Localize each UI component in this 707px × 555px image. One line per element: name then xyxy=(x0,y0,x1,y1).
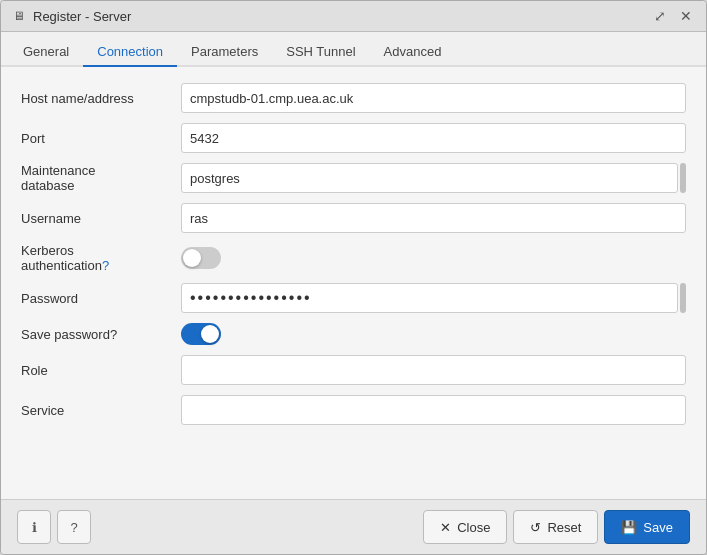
password-row: Password xyxy=(21,283,686,313)
maintenance-db-input[interactable] xyxy=(181,163,678,193)
reset-button[interactable]: ↺ Reset xyxy=(513,510,598,544)
window-title: Register - Server xyxy=(33,9,131,24)
tab-bar: General Connection Parameters SSH Tunnel… xyxy=(1,32,706,67)
kerberos-row: KerberosKerberos authentication?authenti… xyxy=(21,243,686,273)
role-row: Role xyxy=(21,355,686,385)
close-button[interactable]: ✕ Close xyxy=(423,510,507,544)
save-label: Save xyxy=(643,520,673,535)
reset-label: Reset xyxy=(547,520,581,535)
service-label: Service xyxy=(21,403,181,418)
kerberos-help-link[interactable]: ? xyxy=(102,258,109,273)
help-button[interactable]: ? xyxy=(57,510,91,544)
save-password-row: Save password? xyxy=(21,323,686,345)
maintenance-db-row: Maintenancedatabase xyxy=(21,163,686,193)
tab-connection[interactable]: Connection xyxy=(83,38,177,67)
close-window-button[interactable]: ✕ xyxy=(676,7,696,25)
username-row: Username xyxy=(21,203,686,233)
service-row: Service xyxy=(21,395,686,425)
register-server-window: 🖥 Register - Server ⤢ ✕ General Connecti… xyxy=(0,0,707,555)
tab-general[interactable]: General xyxy=(9,38,83,67)
save-password-label: Save password? xyxy=(21,327,181,342)
tab-parameters[interactable]: Parameters xyxy=(177,38,272,67)
port-row: Port xyxy=(21,123,686,153)
tab-advanced[interactable]: Advanced xyxy=(370,38,456,67)
save-password-toggle-thumb xyxy=(201,325,219,343)
footer-right: ✕ Close ↺ Reset 💾 Save xyxy=(423,510,690,544)
title-bar: 🖥 Register - Server ⤢ ✕ xyxy=(1,1,706,32)
info-button[interactable]: ℹ xyxy=(17,510,51,544)
info-icon: ℹ xyxy=(32,520,37,535)
title-bar-right: ⤢ ✕ xyxy=(650,7,696,25)
save-button[interactable]: 💾 Save xyxy=(604,510,690,544)
form-content: Host name/address Port Maintenancedataba… xyxy=(1,67,706,499)
kerberos-toggle[interactable] xyxy=(181,247,221,269)
close-label: Close xyxy=(457,520,490,535)
username-input[interactable] xyxy=(181,203,686,233)
host-label: Host name/address xyxy=(21,91,181,106)
save-password-toggle-wrapper xyxy=(181,323,221,345)
scrollbar xyxy=(680,163,686,193)
reset-icon: ↺ xyxy=(530,520,541,535)
save-icon: 💾 xyxy=(621,520,637,535)
window-icon: 🖥 xyxy=(11,8,27,24)
password-input[interactable] xyxy=(181,283,678,313)
maximize-button[interactable]: ⤢ xyxy=(650,7,670,25)
port-input[interactable] xyxy=(181,123,686,153)
username-label: Username xyxy=(21,211,181,226)
footer: ℹ ? ✕ Close ↺ Reset 💾 Save xyxy=(1,499,706,554)
tab-ssh-tunnel[interactable]: SSH Tunnel xyxy=(272,38,369,67)
password-scrollbar xyxy=(680,283,686,313)
service-input[interactable] xyxy=(181,395,686,425)
footer-left: ℹ ? xyxy=(17,510,91,544)
role-input[interactable] xyxy=(181,355,686,385)
close-icon: ✕ xyxy=(440,520,451,535)
maintenance-db-label: Maintenancedatabase xyxy=(21,163,181,193)
host-input[interactable] xyxy=(181,83,686,113)
role-label: Role xyxy=(21,363,181,378)
help-icon: ? xyxy=(70,520,77,535)
kerberos-label: KerberosKerberos authentication?authenti… xyxy=(21,243,181,273)
title-bar-left: 🖥 Register - Server xyxy=(11,8,131,24)
save-password-toggle[interactable] xyxy=(181,323,221,345)
host-row: Host name/address xyxy=(21,83,686,113)
kerberos-toggle-wrapper xyxy=(181,247,221,269)
password-label: Password xyxy=(21,291,181,306)
kerberos-toggle-thumb xyxy=(183,249,201,267)
port-label: Port xyxy=(21,131,181,146)
